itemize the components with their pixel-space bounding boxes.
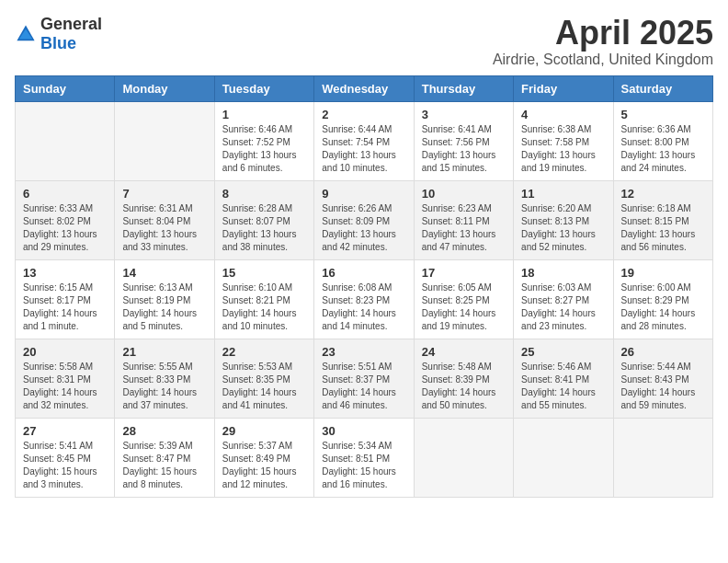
day-info: Sunrise: 6:31 AM Sunset: 8:04 PM Dayligh… bbox=[122, 202, 206, 254]
day-info: Sunrise: 5:44 AM Sunset: 8:43 PM Dayligh… bbox=[621, 361, 705, 412]
day-number: 17 bbox=[422, 266, 506, 280]
calendar-cell: 5Sunrise: 6:36 AM Sunset: 8:00 PM Daylig… bbox=[613, 101, 712, 180]
day-number: 15 bbox=[222, 266, 306, 280]
calendar-cell bbox=[115, 101, 214, 180]
day-number: 19 bbox=[621, 266, 705, 280]
day-info: Sunrise: 6:00 AM Sunset: 8:29 PM Dayligh… bbox=[621, 282, 705, 333]
day-info: Sunrise: 5:55 AM Sunset: 8:33 PM Dayligh… bbox=[122, 361, 206, 412]
day-info: Sunrise: 6:44 AM Sunset: 7:54 PM Dayligh… bbox=[322, 123, 405, 175]
day-number: 21 bbox=[122, 345, 206, 359]
calendar-cell: 20Sunrise: 5:58 AM Sunset: 8:31 PM Dayli… bbox=[16, 339, 115, 418]
day-info: Sunrise: 5:46 AM Sunset: 8:41 PM Dayligh… bbox=[521, 361, 605, 412]
calendar-cell bbox=[414, 418, 513, 497]
calendar-cell: 19Sunrise: 6:00 AM Sunset: 8:29 PM Dayli… bbox=[613, 259, 712, 339]
day-info: Sunrise: 6:08 AM Sunset: 8:23 PM Dayligh… bbox=[322, 282, 405, 333]
day-info: Sunrise: 6:41 AM Sunset: 7:56 PM Dayligh… bbox=[422, 123, 506, 175]
calendar-cell: 11Sunrise: 6:20 AM Sunset: 8:13 PM Dayli… bbox=[514, 180, 613, 259]
day-number: 25 bbox=[521, 345, 605, 359]
calendar-cell: 10Sunrise: 6:23 AM Sunset: 8:11 PM Dayli… bbox=[414, 180, 513, 259]
day-number: 10 bbox=[422, 187, 506, 201]
day-number: 12 bbox=[621, 187, 705, 201]
day-info: Sunrise: 5:58 AM Sunset: 8:31 PM Dayligh… bbox=[23, 361, 107, 412]
day-info: Sunrise: 5:51 AM Sunset: 8:37 PM Dayligh… bbox=[322, 361, 405, 412]
day-number: 18 bbox=[521, 266, 605, 280]
calendar-row-1: 1Sunrise: 6:46 AM Sunset: 7:52 PM Daylig… bbox=[16, 101, 713, 180]
calendar-cell: 26Sunrise: 5:44 AM Sunset: 8:43 PM Dayli… bbox=[613, 339, 712, 418]
day-number: 16 bbox=[322, 266, 405, 280]
calendar-cell: 22Sunrise: 5:53 AM Sunset: 8:35 PM Dayli… bbox=[214, 339, 313, 418]
day-info: Sunrise: 5:53 AM Sunset: 8:35 PM Dayligh… bbox=[222, 361, 306, 412]
month-title: April 2025 bbox=[493, 15, 713, 52]
calendar-cell: 8Sunrise: 6:28 AM Sunset: 8:07 PM Daylig… bbox=[214, 180, 313, 259]
logo-blue: Blue bbox=[40, 34, 76, 52]
calendar-cell: 13Sunrise: 6:15 AM Sunset: 8:17 PM Dayli… bbox=[16, 259, 115, 339]
calendar-cell: 16Sunrise: 6:08 AM Sunset: 8:23 PM Dayli… bbox=[314, 259, 414, 339]
calendar-cell bbox=[613, 418, 712, 497]
day-number: 9 bbox=[322, 187, 405, 201]
day-number: 7 bbox=[122, 187, 206, 201]
day-info: Sunrise: 6:18 AM Sunset: 8:15 PM Dayligh… bbox=[621, 202, 705, 254]
day-info: Sunrise: 6:28 AM Sunset: 8:07 PM Dayligh… bbox=[222, 202, 306, 254]
col-monday: Monday bbox=[115, 75, 214, 101]
day-info: Sunrise: 6:13 AM Sunset: 8:19 PM Dayligh… bbox=[122, 282, 206, 333]
day-number: 5 bbox=[621, 108, 705, 121]
day-number: 11 bbox=[521, 187, 605, 201]
day-number: 24 bbox=[422, 345, 506, 359]
day-number: 13 bbox=[23, 266, 107, 280]
col-saturday: Saturday bbox=[613, 75, 712, 101]
calendar-row-3: 13Sunrise: 6:15 AM Sunset: 8:17 PM Dayli… bbox=[16, 259, 713, 339]
col-friday: Friday bbox=[514, 75, 613, 101]
day-info: Sunrise: 6:38 AM Sunset: 7:58 PM Dayligh… bbox=[521, 123, 605, 175]
calendar-row-2: 6Sunrise: 6:33 AM Sunset: 8:02 PM Daylig… bbox=[16, 180, 713, 259]
logo-general: General bbox=[40, 15, 102, 33]
day-number: 2 bbox=[322, 108, 405, 121]
calendar-cell: 1Sunrise: 6:46 AM Sunset: 7:52 PM Daylig… bbox=[214, 101, 313, 180]
day-info: Sunrise: 6:46 AM Sunset: 7:52 PM Dayligh… bbox=[222, 123, 306, 175]
day-number: 28 bbox=[122, 424, 206, 438]
calendar-cell bbox=[16, 101, 115, 180]
day-number: 20 bbox=[23, 345, 107, 359]
day-number: 3 bbox=[422, 108, 506, 121]
col-wednesday: Wednesday bbox=[314, 75, 414, 101]
day-info: Sunrise: 6:36 AM Sunset: 8:00 PM Dayligh… bbox=[621, 123, 705, 175]
calendar-cell: 7Sunrise: 6:31 AM Sunset: 8:04 PM Daylig… bbox=[115, 180, 214, 259]
day-info: Sunrise: 5:48 AM Sunset: 8:39 PM Dayligh… bbox=[422, 361, 506, 412]
day-info: Sunrise: 6:26 AM Sunset: 8:09 PM Dayligh… bbox=[322, 202, 405, 254]
calendar-cell: 3Sunrise: 6:41 AM Sunset: 7:56 PM Daylig… bbox=[414, 101, 513, 180]
calendar-cell: 27Sunrise: 5:41 AM Sunset: 8:45 PM Dayli… bbox=[16, 418, 115, 497]
calendar-cell: 9Sunrise: 6:26 AM Sunset: 8:09 PM Daylig… bbox=[314, 180, 414, 259]
day-info: Sunrise: 6:23 AM Sunset: 8:11 PM Dayligh… bbox=[422, 202, 506, 254]
day-number: 26 bbox=[621, 345, 705, 359]
day-info: Sunrise: 6:10 AM Sunset: 8:21 PM Dayligh… bbox=[222, 282, 306, 333]
day-info: Sunrise: 6:15 AM Sunset: 8:17 PM Dayligh… bbox=[23, 282, 107, 333]
day-number: 4 bbox=[521, 108, 605, 121]
day-info: Sunrise: 5:34 AM Sunset: 8:51 PM Dayligh… bbox=[322, 440, 405, 491]
logo-text: General Blue bbox=[40, 15, 102, 53]
day-info: Sunrise: 6:05 AM Sunset: 8:25 PM Dayligh… bbox=[422, 282, 506, 333]
calendar-cell: 30Sunrise: 5:34 AM Sunset: 8:51 PM Dayli… bbox=[314, 418, 414, 497]
col-sunday: Sunday bbox=[16, 75, 115, 101]
day-number: 1 bbox=[222, 108, 306, 121]
calendar-cell: 15Sunrise: 6:10 AM Sunset: 8:21 PM Dayli… bbox=[214, 259, 313, 339]
logo: General Blue bbox=[15, 15, 102, 53]
day-info: Sunrise: 5:37 AM Sunset: 8:49 PM Dayligh… bbox=[222, 440, 306, 491]
location-title: Airdrie, Scotland, United Kingdom bbox=[493, 52, 713, 68]
calendar-row-4: 20Sunrise: 5:58 AM Sunset: 8:31 PM Dayli… bbox=[16, 339, 713, 418]
day-info: Sunrise: 6:33 AM Sunset: 8:02 PM Dayligh… bbox=[23, 202, 107, 254]
col-thursday: Thursday bbox=[414, 75, 513, 101]
title-section: April 2025 Airdrie, Scotland, United Kin… bbox=[493, 15, 713, 68]
page-header: General Blue April 2025 Airdrie, Scotlan… bbox=[15, 15, 713, 68]
day-number: 30 bbox=[322, 424, 405, 438]
day-number: 23 bbox=[322, 345, 405, 359]
calendar-cell: 12Sunrise: 6:18 AM Sunset: 8:15 PM Dayli… bbox=[613, 180, 712, 259]
day-number: 29 bbox=[222, 424, 306, 438]
day-info: Sunrise: 5:39 AM Sunset: 8:47 PM Dayligh… bbox=[122, 440, 206, 491]
calendar-row-5: 27Sunrise: 5:41 AM Sunset: 8:45 PM Dayli… bbox=[16, 418, 713, 497]
day-number: 6 bbox=[23, 187, 107, 201]
calendar-cell: 21Sunrise: 5:55 AM Sunset: 8:33 PM Dayli… bbox=[115, 339, 214, 418]
calendar-cell: 18Sunrise: 6:03 AM Sunset: 8:27 PM Dayli… bbox=[514, 259, 613, 339]
day-info: Sunrise: 6:03 AM Sunset: 8:27 PM Dayligh… bbox=[521, 282, 605, 333]
day-number: 22 bbox=[222, 345, 306, 359]
calendar-cell: 14Sunrise: 6:13 AM Sunset: 8:19 PM Dayli… bbox=[115, 259, 214, 339]
day-number: 14 bbox=[122, 266, 206, 280]
